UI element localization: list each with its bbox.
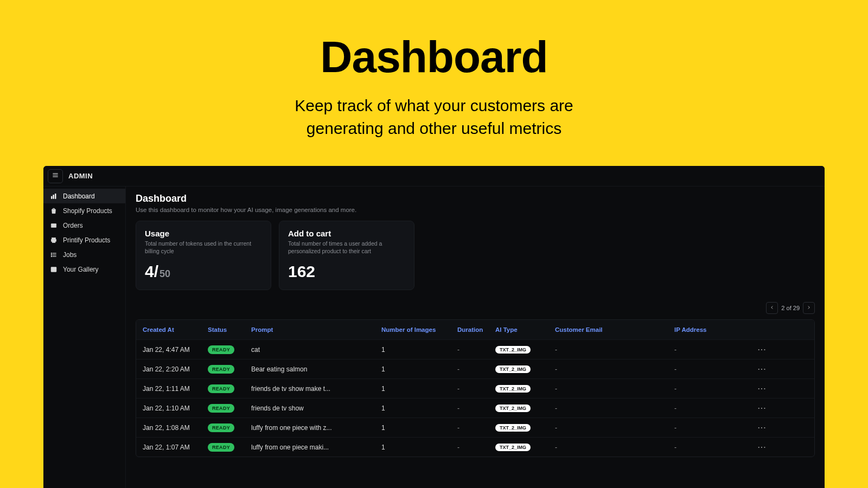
status-badge: READY (208, 423, 234, 432)
cell-ai-type: TXT_2_IMG (495, 365, 555, 373)
table-header: Created AtStatusPromptNumber of ImagesDu… (136, 320, 814, 339)
usage-card: Usage Total number of tokens used in the… (136, 221, 271, 290)
ai-type-badge: TXT_2_IMG (495, 444, 531, 451)
svg-rect-3 (51, 196, 52, 199)
sidebar-item-label: Orders (63, 222, 83, 229)
row-actions-button[interactable]: ··· (758, 404, 767, 412)
print-icon (50, 236, 58, 244)
cell-customer-email: - (555, 444, 674, 451)
page-title: Dashboard (136, 193, 815, 204)
sidebar-item-jobs[interactable]: Jobs (43, 247, 125, 262)
row-actions-button[interactable]: ··· (758, 346, 767, 354)
cell-created-at: Jan 22, 4:47 AM (143, 346, 208, 354)
usage-value-denominator: 50 (159, 268, 170, 280)
row-actions-button[interactable]: ··· (758, 424, 767, 432)
column-header[interactable]: Number of Images (381, 326, 457, 333)
hero-subtitle-line2: generating and other useful metrics (307, 119, 561, 137)
page-next-button[interactable] (803, 302, 815, 314)
cell-ai-type: TXT_2_IMG (495, 345, 555, 354)
cell-duration: - (457, 365, 495, 373)
sidebar-item-printify-products[interactable]: Printify Products (43, 233, 125, 247)
list-icon (50, 251, 58, 259)
cell-ai-type: TXT_2_IMG (495, 404, 555, 412)
cell-customer-email: - (555, 385, 674, 393)
cell-created-at: Jan 22, 2:20 AM (143, 365, 208, 373)
sidebar-item-your-gallery[interactable]: Your Gallery (43, 262, 125, 277)
cell-customer-email: - (555, 346, 674, 354)
svg-point-15 (51, 254, 52, 255)
cell-prompt: cat (251, 346, 381, 354)
table-row[interactable]: Jan 22, 1:07 AMREADYluffy from one piece… (136, 437, 814, 457)
menu-toggle-button[interactable] (48, 169, 63, 183)
ai-type-badge: TXT_2_IMG (495, 404, 531, 412)
usage-value-numerator: 4/ (145, 262, 158, 281)
hero-subtitle: Keep track of what your customers are ge… (0, 94, 868, 140)
svg-point-14 (51, 253, 52, 253)
page-indicator: 2 of 29 (781, 305, 800, 311)
ai-type-badge: TXT_2_IMG (495, 346, 531, 354)
status-badge: READY (208, 443, 234, 452)
cell-customer-email: - (555, 365, 674, 373)
bars-icon (50, 192, 58, 200)
cell-num-images: 1 (381, 424, 457, 432)
column-header[interactable]: IP Address (674, 326, 739, 333)
column-header[interactable]: Customer Email (555, 326, 674, 333)
svg-rect-7 (51, 223, 56, 224)
svg-rect-4 (53, 195, 54, 198)
cell-ai-type: TXT_2_IMG (495, 384, 555, 393)
hero-subtitle-line1: Keep track of what your customers are (295, 97, 573, 114)
cell-prompt: friends de tv show make t... (251, 385, 381, 393)
metric-cards: Usage Total number of tokens used in the… (136, 221, 815, 290)
hero-title: Dashboard (0, 31, 868, 82)
main-content: Dashboard Use this dashboard to monitor … (126, 187, 825, 488)
table-row[interactable]: Jan 22, 2:20 AMREADYBear eating salmon1-… (136, 359, 814, 378)
sidebar-item-dashboard[interactable]: Dashboard (43, 189, 125, 203)
cell-status: READY (208, 423, 251, 432)
sidebar-item-label: Your Gallery (63, 266, 99, 273)
cell-duration: - (457, 444, 495, 451)
column-header[interactable]: AI Type (495, 326, 555, 333)
table-row[interactable]: Jan 22, 1:08 AMREADYluffy from one piece… (136, 418, 814, 437)
row-actions-button[interactable]: ··· (758, 365, 767, 373)
svg-rect-5 (55, 194, 56, 198)
status-badge: READY (208, 365, 234, 374)
cell-ai-type: TXT_2_IMG (495, 423, 555, 432)
brand-label: ADMIN (68, 172, 93, 180)
cell-ip-address: - (674, 365, 739, 373)
table-row[interactable]: Jan 22, 1:11 AMREADYfriends de tv show m… (136, 378, 814, 398)
cell-duration: - (457, 404, 495, 412)
cell-num-images: 1 (381, 404, 457, 412)
sidebar-item-label: Dashboard (63, 192, 95, 200)
generations-table: Created AtStatusPromptNumber of ImagesDu… (136, 319, 815, 457)
cell-num-images: 1 (381, 346, 457, 354)
cell-prompt: Bear eating salmon (251, 365, 381, 373)
ai-type-badge: TXT_2_IMG (495, 365, 531, 373)
cell-created-at: Jan 22, 1:07 AM (143, 444, 208, 451)
column-header[interactable]: Duration (457, 326, 495, 333)
sidebar-item-label: Printify Products (63, 236, 110, 244)
row-actions-button[interactable]: ··· (758, 444, 767, 451)
addtocart-card-value: 162 (288, 262, 405, 281)
table-row[interactable]: Jan 22, 1:10 AMREADYfriends de tv show1-… (136, 398, 814, 418)
sidebar-item-orders[interactable]: Orders (43, 218, 125, 233)
topbar: ADMIN (43, 166, 825, 187)
cell-ip-address: - (674, 404, 739, 412)
cell-ip-address: - (674, 424, 739, 432)
cell-status: READY (208, 365, 251, 374)
usage-card-title: Usage (145, 229, 262, 238)
column-header[interactable]: Status (208, 326, 251, 333)
cell-ip-address: - (674, 346, 739, 354)
table-row[interactable]: Jan 22, 4:47 AMREADYcat1-TXT_2_IMG--··· (136, 339, 814, 359)
cell-num-images: 1 (381, 444, 457, 451)
row-actions-button[interactable]: ··· (758, 385, 767, 393)
page-prev-button[interactable] (766, 302, 778, 314)
sidebar-item-shopify-products[interactable]: Shopify Products (43, 203, 125, 218)
cell-num-images: 1 (381, 365, 457, 373)
cell-ip-address: - (674, 444, 739, 451)
cell-ai-type: TXT_2_IMG (495, 443, 555, 451)
app-window: ADMIN DashboardShopify ProductsOrdersPri… (43, 166, 825, 488)
bag-icon (50, 207, 58, 215)
column-header[interactable]: Created At (143, 326, 208, 333)
cell-created-at: Jan 22, 1:11 AM (143, 385, 208, 393)
column-header[interactable]: Prompt (251, 326, 381, 333)
